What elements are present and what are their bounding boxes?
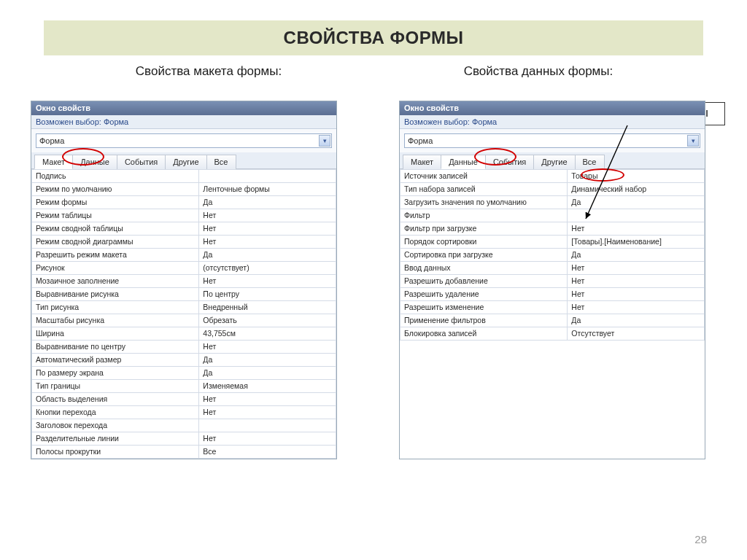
property-row[interactable]: Тип рисункаВнедренный bbox=[32, 301, 336, 314]
property-value[interactable]: Товары bbox=[568, 170, 705, 183]
property-value[interactable]: По центру bbox=[199, 288, 336, 301]
property-value[interactable]: Нет bbox=[199, 209, 336, 222]
property-row[interactable]: Выравнивание по центруНет bbox=[32, 341, 336, 354]
property-name: Источник записей bbox=[400, 170, 568, 183]
property-value[interactable]: Нет bbox=[568, 288, 705, 301]
property-name: Автоматический размер bbox=[32, 354, 199, 367]
property-row[interactable]: Фильтр bbox=[400, 209, 705, 222]
property-row[interactable]: Выравнивание рисункаПо центру bbox=[32, 288, 336, 301]
property-value[interactable]: Да bbox=[568, 314, 705, 327]
property-row[interactable]: Блокировка записейОтсутствует bbox=[400, 327, 705, 341]
subtitle-right: Свойства данных формы: bbox=[374, 64, 703, 79]
tab-макет[interactable]: Макет bbox=[34, 155, 73, 169]
object-select-value: Форма bbox=[408, 136, 433, 145]
property-value[interactable] bbox=[199, 170, 336, 183]
tab-события[interactable]: События bbox=[485, 155, 534, 169]
property-row[interactable]: Область выделенияНет bbox=[32, 393, 336, 406]
property-row[interactable]: Разрешить добавлениеНет bbox=[400, 275, 705, 288]
tab-другие[interactable]: Другие bbox=[533, 155, 575, 169]
property-row[interactable]: По размеру экранаДа bbox=[32, 367, 336, 380]
property-name: Режим по умолчанию bbox=[32, 183, 199, 196]
property-value[interactable]: Да bbox=[199, 196, 336, 209]
property-row[interactable]: Загрузить значения по умолчаниюДа bbox=[400, 196, 705, 209]
property-name: Ширина bbox=[32, 327, 199, 341]
property-value[interactable]: Нет bbox=[568, 301, 705, 314]
property-name: По размеру экрана bbox=[32, 367, 199, 380]
tab-другие[interactable]: Другие bbox=[165, 155, 206, 169]
property-name: Порядок сортировки bbox=[400, 236, 568, 249]
property-value[interactable]: Нет bbox=[568, 275, 705, 288]
property-row[interactable]: Заголовок перехода bbox=[32, 419, 336, 432]
property-row[interactable]: Ширина43,755см bbox=[32, 327, 336, 341]
property-value[interactable]: Да bbox=[199, 249, 336, 262]
property-row[interactable]: Режим по умолчаниюЛенточные формы bbox=[32, 183, 336, 196]
property-row[interactable]: Фильтр при загрузкеНет bbox=[400, 222, 705, 236]
subtitle-row: Свойства макета формы: Свойства данных ф… bbox=[44, 64, 703, 79]
property-value[interactable]: 43,755см bbox=[199, 327, 336, 341]
property-value[interactable]: [Товары].[Наименование] bbox=[568, 236, 705, 249]
property-value[interactable] bbox=[568, 209, 705, 222]
property-row[interactable]: Применение фильтровДа bbox=[400, 314, 705, 327]
property-row[interactable]: Источник записейТовары bbox=[400, 170, 705, 183]
property-name: Полосы прокрутки bbox=[32, 446, 199, 459]
property-value[interactable]: Изменяемая bbox=[199, 380, 336, 393]
property-row[interactable]: Полосы прокруткиВсе bbox=[32, 446, 336, 459]
property-name: Мозаичное заполнение bbox=[32, 275, 199, 288]
property-row[interactable]: Сортировка при загрузкеДа bbox=[400, 249, 705, 262]
tab-макет[interactable]: Макет bbox=[403, 155, 441, 169]
property-row[interactable]: Тип границыИзменяемая bbox=[32, 380, 336, 393]
property-row[interactable]: Тип набора записейДинамический набор bbox=[400, 183, 705, 196]
tab-данные[interactable]: Данные bbox=[441, 155, 486, 169]
object-select-value: Форма bbox=[39, 136, 64, 145]
property-row[interactable]: Рисунок(отсутствует) bbox=[32, 262, 336, 275]
property-row[interactable]: Разрешить режим макетаДа bbox=[32, 249, 336, 262]
property-value[interactable]: Нет bbox=[199, 393, 336, 406]
property-name: Кнопки перехода bbox=[32, 406, 199, 419]
property-row[interactable]: Подпись bbox=[32, 170, 336, 183]
property-value[interactable]: Ленточные формы bbox=[199, 183, 336, 196]
property-row[interactable]: Ввод данныхНет bbox=[400, 262, 705, 275]
property-value[interactable]: Нет bbox=[199, 432, 336, 446]
property-value[interactable]: Все bbox=[199, 446, 336, 459]
property-value[interactable]: Да bbox=[568, 196, 705, 209]
property-row[interactable]: Разрешить изменениеНет bbox=[400, 301, 705, 314]
property-row[interactable]: Режим сводной диаграммыНет bbox=[32, 236, 336, 249]
property-value[interactable]: (отсутствует) bbox=[199, 262, 336, 275]
property-value[interactable]: Внедренный bbox=[199, 301, 336, 314]
tab-все[interactable]: Все bbox=[206, 155, 236, 169]
tab-события[interactable]: События bbox=[117, 155, 166, 169]
property-row[interactable]: Разделительные линииНет bbox=[32, 432, 336, 446]
subtitle-left: Свойства макета формы: bbox=[44, 64, 374, 79]
property-row[interactable]: Автоматический размерДа bbox=[32, 354, 336, 367]
property-row[interactable]: Порядок сортировки[Товары].[Наименование… bbox=[400, 236, 705, 249]
property-name: Режим таблицы bbox=[32, 209, 199, 222]
property-value[interactable]: Да bbox=[199, 354, 336, 367]
property-value[interactable]: Нет bbox=[568, 262, 705, 275]
property-row[interactable]: Режим таблицыНет bbox=[32, 209, 336, 222]
property-value[interactable]: Динамический набор bbox=[568, 183, 705, 196]
property-row[interactable]: Режим формыДа bbox=[32, 196, 336, 209]
property-name: Разрешить режим макета bbox=[32, 249, 199, 262]
property-value[interactable]: Нет bbox=[199, 236, 336, 249]
object-select-dropdown[interactable]: Форма ▾ bbox=[404, 133, 700, 148]
property-value[interactable]: Да bbox=[568, 249, 705, 262]
property-row[interactable]: Режим сводной таблицыНет bbox=[32, 222, 336, 236]
property-value[interactable]: Нет bbox=[199, 341, 336, 354]
object-select-dropdown[interactable]: Форма ▾ bbox=[36, 133, 332, 148]
tab-все[interactable]: Все bbox=[575, 155, 605, 169]
property-value[interactable]: Нет bbox=[199, 222, 336, 236]
property-value[interactable] bbox=[199, 419, 336, 432]
property-value[interactable]: Да bbox=[199, 367, 336, 380]
property-row[interactable]: Мозаичное заполнениеНет bbox=[32, 275, 336, 288]
property-row[interactable]: Масштабы рисункаОбрезать bbox=[32, 314, 336, 327]
property-row[interactable]: Разрешить удалениеНет bbox=[400, 288, 705, 301]
property-value[interactable]: Нет bbox=[568, 222, 705, 236]
tabstrip-data: МакетДанныеСобытияДругиеВсе bbox=[400, 152, 705, 169]
property-name: Тип рисунка bbox=[32, 301, 199, 314]
tab-данные[interactable]: Данные bbox=[72, 155, 117, 169]
property-row[interactable]: Кнопки переходаНет bbox=[32, 406, 336, 419]
property-value[interactable]: Нет bbox=[199, 406, 336, 419]
property-value[interactable]: Нет bbox=[199, 275, 336, 288]
property-value[interactable]: Отсутствует bbox=[568, 327, 705, 341]
property-value[interactable]: Обрезать bbox=[199, 314, 336, 327]
